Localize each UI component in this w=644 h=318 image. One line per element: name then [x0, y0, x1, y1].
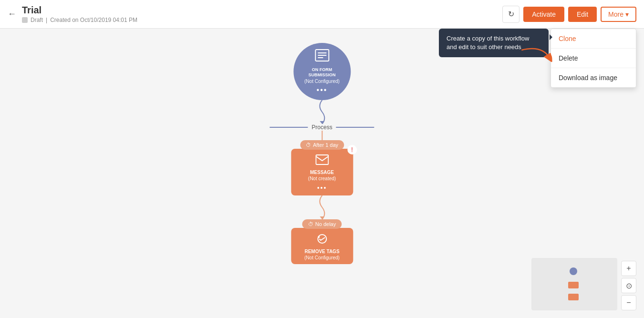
- message-node-title: MESSAGE: [296, 170, 348, 175]
- remove-tags-node-wrapper: ⏱ No delay REMOVE TAGS (Not Configured): [291, 219, 353, 264]
- message-node[interactable]: ! MESSAGE (Not created) •••: [291, 149, 353, 195]
- created-on: Created on Oct/10/2019 04:01 PM: [50, 17, 137, 23]
- page-subtitle: Draft | Created on Oct/10/2019 04:01 PM: [22, 17, 502, 23]
- start-node-title: ON FORMSUBMISSION: [308, 67, 335, 78]
- delay-clock-icon: ⏱: [306, 142, 311, 148]
- mini-map-node-message: [568, 282, 579, 288]
- process-line-right: [336, 127, 374, 128]
- tooltip-text: Create a copy of this workflow and edit …: [447, 35, 529, 51]
- zoom-out-button[interactable]: −: [621, 295, 636, 310]
- process-line-left: [270, 127, 308, 128]
- more-button[interactable]: More ▾: [601, 7, 636, 22]
- start-node-subtitle: (Not Configured): [304, 79, 340, 84]
- back-button[interactable]: ←: [8, 9, 16, 19]
- form-icon: [314, 49, 330, 65]
- svg-point-8: [318, 236, 320, 238]
- process-section: Process: [270, 124, 374, 131]
- zoom-reset-button[interactable]: ⊙: [621, 278, 636, 293]
- delay-badge-2: ⏱ No delay: [302, 219, 342, 229]
- mini-map-node-tags: [568, 294, 579, 300]
- mini-map-node-start: [570, 267, 577, 275]
- message-node-wrapper: ⏱ After 1 day ! MESSAGE (Not created) ••…: [291, 140, 353, 195]
- start-node[interactable]: ON FORMSUBMISSION (Not Configured) •••: [293, 43, 351, 100]
- canvas: ON FORMSUBMISSION (Not Configured) ••• P…: [0, 29, 644, 318]
- refresh-button[interactable]: ↻: [502, 6, 519, 23]
- draft-label: Draft: [31, 17, 43, 23]
- chevron-down-icon: ▾: [625, 10, 629, 18]
- message-node-dots[interactable]: •••: [296, 184, 348, 192]
- header-actions: ↻ Activate Edit More ▾: [502, 6, 636, 23]
- activate-button[interactable]: Activate: [523, 7, 564, 22]
- header: ← Trial Draft | Created on Oct/10/2019 0…: [0, 0, 644, 29]
- svg-rect-5: [316, 155, 328, 164]
- remove-tags-node[interactable]: REMOVE TAGS (Not Configured): [291, 228, 353, 264]
- page-title: Trial: [22, 5, 502, 16]
- remove-tags-title: REMOVE TAGS: [296, 249, 348, 254]
- error-icon: !: [347, 145, 357, 154]
- dropdown-menu: Clone Delete Download as image: [551, 29, 636, 88]
- more-label: More: [608, 10, 623, 18]
- title-section: Trial Draft | Created on Oct/10/2019 04:…: [22, 5, 502, 23]
- separator: |: [46, 17, 47, 23]
- edit-button[interactable]: Edit: [568, 7, 597, 22]
- wavy-connector-1: [315, 100, 329, 124]
- dropdown-item-clone[interactable]: Clone: [551, 29, 636, 49]
- draft-badge: [22, 17, 28, 23]
- zoom-controls: + ⊙ −: [621, 261, 636, 310]
- workflow: ON FORMSUBMISSION (Not Configured) ••• P…: [270, 29, 374, 264]
- dropdown-item-delete[interactable]: Delete: [551, 49, 636, 68]
- message-node-subtitle: (Not created): [296, 176, 348, 181]
- connector-v-1: [322, 131, 322, 140]
- message-icon: [296, 154, 348, 168]
- dropdown-item-download[interactable]: Download as image: [551, 68, 636, 87]
- delay-clock-icon-2: ⏱: [308, 221, 313, 227]
- start-node-dots[interactable]: •••: [317, 86, 328, 94]
- delay-badge-1: ⏱ After 1 day: [300, 140, 344, 150]
- zoom-in-button[interactable]: +: [621, 261, 636, 276]
- mini-map: [531, 258, 617, 310]
- delay-label-1: After 1 day: [313, 142, 338, 148]
- zoom-in-icon: +: [626, 264, 631, 273]
- zoom-reset-icon: ⊙: [626, 281, 632, 290]
- process-label: Process: [308, 124, 336, 131]
- wavy-connector-2: [315, 195, 329, 219]
- zoom-out-icon: −: [626, 298, 631, 307]
- remove-tags-subtitle: (Not Configured): [296, 255, 348, 260]
- tags-icon: [296, 234, 348, 247]
- delay-label-2: No delay: [315, 221, 336, 227]
